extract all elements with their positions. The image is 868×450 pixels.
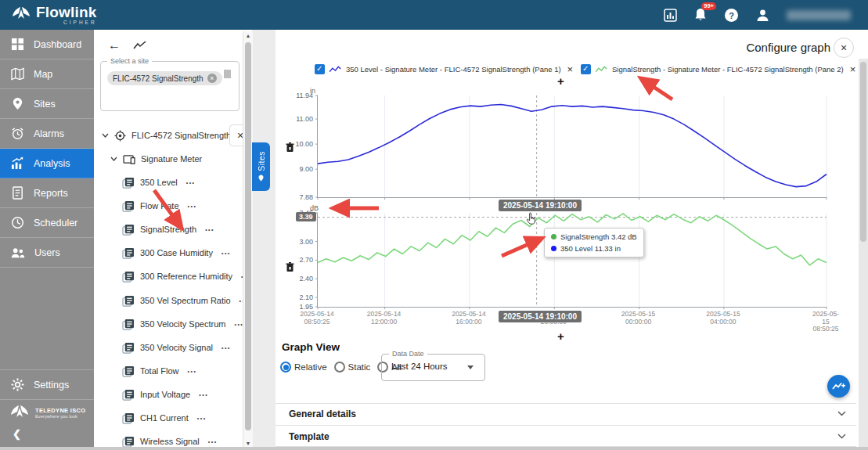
add-pane-top-icon[interactable]: + [557, 74, 564, 88]
tree-scrollbar[interactable]: ▲ ▼ [243, 31, 253, 448]
axis-unit-label: in [310, 87, 315, 95]
tree-item-label: 350 Level [140, 178, 178, 187]
green-dot-icon [551, 234, 556, 239]
pane2-checkbox[interactable] [581, 64, 591, 74]
chip-remove-icon[interactable]: × [207, 74, 217, 83]
radio-relative[interactable]: Relative [280, 362, 327, 373]
scroll-up-icon[interactable]: ▲ [243, 33, 253, 38]
chevron-down-icon[interactable] [110, 157, 117, 161]
more-options-icon[interactable]: ••• [208, 439, 218, 445]
more-options-icon[interactable]: ••• [197, 416, 207, 421]
top-header-bar: Flowlink CIPHER 99+ [0, 0, 868, 30]
sidebar-item-analysis[interactable]: Analysis [0, 149, 94, 178]
more-options-icon[interactable]: ••• [188, 203, 197, 209]
gear-icon [11, 378, 24, 391]
sidebar-item-label: Sites [34, 99, 56, 110]
divider [276, 403, 856, 404]
sidebar-item-users[interactable]: Users [0, 238, 94, 268]
tree-group-row[interactable]: Signature Meter [110, 150, 202, 167]
radio-static[interactable]: Static [334, 362, 371, 373]
main-scrollbar[interactable] [859, 59, 868, 448]
sidebar-item-reports[interactable]: Reports [0, 178, 94, 208]
scrollbar-thumb[interactable] [860, 62, 866, 242]
tree-item[interactable]: 300 Case Humidity••• [122, 244, 231, 261]
app-window: Flowlink CIPHER 99+ [0, 0, 868, 450]
analytics-shortcut-icon[interactable] [664, 9, 677, 22]
brand-name: Flowlink [36, 5, 97, 20]
more-options-icon[interactable]: ••• [199, 392, 208, 398]
sites-drawer-tab[interactable]: Sites [252, 142, 270, 191]
tree-item[interactable]: 350 Level••• [122, 174, 196, 191]
tree-item-label: 300 Case Humidity [140, 248, 213, 257]
trend-line-icon[interactable] [133, 41, 147, 50]
sidebar-collapse-chevron[interactable]: ❮ [0, 425, 94, 448]
radio-selected-icon[interactable] [280, 362, 291, 373]
sidebar-item-scheduler[interactable]: Scheduler [0, 208, 94, 238]
tree-root-row[interactable]: FLIC-4572 SignalStrength × [102, 127, 231, 144]
y-tick-label: 2.10 [286, 293, 313, 301]
more-options-icon[interactable]: ••• [205, 227, 214, 232]
user-avatar-icon[interactable] [756, 9, 769, 22]
sidebar-item-dashboard[interactable]: Dashboard [0, 30, 94, 59]
teledyne-leaf-icon [8, 405, 31, 422]
tree-item[interactable]: 350 Velocity Signal••• [122, 339, 231, 356]
report-icon [11, 186, 24, 200]
more-options-icon[interactable]: ••• [188, 369, 197, 374]
site-chip[interactable]: FLIC-4572 SignalStrength × [107, 71, 222, 85]
measurement-icon [122, 224, 135, 236]
scroll-down-icon[interactable]: ▼ [243, 441, 253, 446]
tree-item[interactable]: 350 Velocity Spectrum••• [122, 315, 243, 333]
more-options-icon[interactable]: ••• [222, 345, 231, 351]
series-line-350-level [318, 105, 827, 187]
close-icon[interactable]: × [834, 38, 854, 58]
pane1-close-icon[interactable]: × [567, 63, 574, 75]
tree-item[interactable]: 300 Reference Humidity••• [122, 268, 250, 285]
pane1-legend-label: 350 Level - Signature Meter - FLIC-4572 … [346, 65, 561, 74]
help-icon[interactable]: ? [724, 8, 739, 23]
tree-item[interactable]: CH1 Current••• [122, 409, 207, 427]
x-tick-label: 2025-05-15 08:50:25 [809, 311, 842, 333]
username-redacted[interactable] [787, 10, 851, 20]
tree-item[interactable]: Input Voltage••• [122, 386, 208, 403]
accordion-general-details[interactable]: General details [289, 409, 356, 419]
tree-group-label: Signature Meter [141, 154, 202, 164]
scrollbar-thumb[interactable] [245, 42, 251, 430]
pane2-legend-label: SignalStrength - Signature Meter - FLIC-… [612, 65, 844, 74]
notifications-bell-icon[interactable]: 99+ [694, 8, 707, 22]
pane2-close-icon[interactable]: × [850, 63, 856, 75]
blue-dot-icon [551, 246, 556, 251]
sidebar-item-sites[interactable]: Sites [0, 89, 94, 119]
tree-item-label: 300 Reference Humidity [140, 272, 232, 281]
tree-item[interactable]: 350 Vel Spectrum Ratio••• [122, 292, 248, 309]
sidebar-item-map[interactable]: Map [0, 59, 94, 89]
add-pane-bottom-icon[interactable]: + [557, 329, 564, 343]
sidebar-item-label: Users [34, 247, 60, 258]
chevron-down-icon[interactable] [102, 133, 109, 138]
radio-icon[interactable] [334, 362, 345, 373]
sites-tab-label: Sites [257, 151, 266, 171]
sidebar-item-settings[interactable]: Settings [0, 369, 94, 400]
tree-item[interactable]: SignalStrength••• [122, 221, 214, 238]
more-options-icon[interactable]: ••• [222, 250, 231, 256]
x-tick-label: 2025-05-14 16:00:00 [452, 311, 485, 326]
site-tree-panel: ← Select a site FLIC-4572 SignalStrength… [94, 30, 243, 448]
chart-pane-1[interactable] [317, 95, 827, 198]
disabled-delete-icon [224, 70, 231, 78]
measurement-icon [122, 412, 135, 424]
pane1-checkbox[interactable] [315, 64, 325, 74]
pin-icon [258, 174, 265, 182]
accordion-template[interactable]: Template [289, 431, 330, 442]
tree-item[interactable]: Total Flow••• [122, 362, 196, 380]
more-options-icon[interactable]: ••• [186, 180, 196, 185]
sidebar-item-label: Analysis [34, 158, 70, 169]
tree-item[interactable]: Flow Rate••• [122, 197, 196, 214]
chevron-down-icon[interactable] [837, 411, 846, 416]
sidebar-item-alarms[interactable]: Alarms [0, 119, 94, 149]
data-date-dropdown[interactable]: Data Date Last 24 Hours [381, 354, 485, 381]
chevron-down-icon[interactable] [837, 434, 846, 439]
measurement-icon [122, 436, 135, 448]
dropdown-caret-icon[interactable] [467, 365, 474, 369]
select-site-field[interactable]: Select a site FLIC-4572 SignalStrength × [100, 61, 240, 111]
back-arrow-icon[interactable]: ← [108, 39, 121, 52]
new-graph-fab[interactable] [827, 375, 850, 398]
